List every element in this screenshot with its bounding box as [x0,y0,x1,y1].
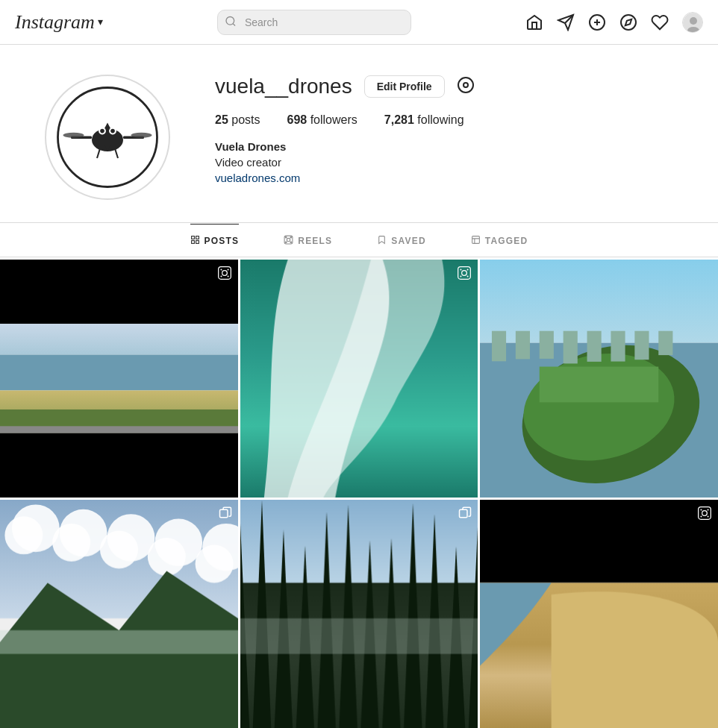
tagged-icon [471,235,481,247]
search-container [217,10,411,35]
reels-icon [284,235,293,247]
profile-username: vuela__drones [215,75,352,98]
svg-point-47 [461,276,462,277]
svg-point-45 [461,269,462,270]
svg-point-24 [458,78,473,92]
profile-avatar [45,75,170,200]
grid-item[interactable] [240,260,478,498]
profile-website[interactable]: vueladrones.com [215,172,300,184]
avatar-image [55,85,160,189]
navigation-bar: Instagram ▾ [0,0,718,45]
profile-full-name: Vuela Drones [215,140,673,153]
svg-rect-43 [458,267,471,280]
svg-marker-6 [625,19,631,25]
posts-tab-label: POSTS [205,236,240,246]
svg-rect-29 [196,241,199,244]
svg-point-44 [462,271,467,276]
svg-rect-28 [191,241,194,244]
logo-chevron-icon: ▾ [98,16,103,28]
profile-header-row: vuela__drones Edit Profile [215,75,673,98]
svg-point-41 [220,276,222,277]
svg-point-55 [700,515,702,517]
svg-rect-36 [472,236,479,244]
explore-icon[interactable] [619,13,637,31]
stats-row: 25 posts 698 followers 7,281 following [215,113,673,127]
posts-grid [0,260,718,728]
album-badge [458,506,472,522]
profile-section: vuela__drones Edit Profile 25 posts 698 … [0,45,718,223]
followers-stat[interactable]: 698 followers [287,113,358,127]
svg-rect-26 [191,236,194,239]
svg-point-33 [290,236,292,238]
video-badge [457,266,472,284]
grid-item[interactable] [0,260,238,498]
svg-line-1 [233,23,235,25]
svg-point-15 [100,129,104,134]
notifications-icon[interactable] [651,13,669,31]
following-stat[interactable]: 7,281 following [384,113,464,127]
svg-point-16 [110,129,115,134]
svg-point-19 [63,133,84,138]
tab-reels[interactable]: REELS [284,224,332,257]
video-badge [217,266,232,284]
svg-point-31 [287,238,290,241]
svg-point-38 [222,271,227,276]
post-image [0,500,238,728]
post-image [240,260,478,498]
svg-point-52 [702,510,708,515]
profile-avatar-container [45,75,170,200]
grid-icon [190,235,200,247]
nav-avatar[interactable] [682,12,703,33]
svg-point-34 [286,242,287,243]
grid-item[interactable] [240,500,478,728]
saved-icon [377,235,387,247]
svg-point-56 [708,515,709,517]
grid-item[interactable] [0,500,238,728]
tab-posts[interactable]: POSTS [190,224,240,257]
svg-point-32 [286,236,287,238]
grid-item[interactable] [480,500,718,728]
saved-tab-label: SAVED [391,236,425,246]
svg-point-48 [467,276,469,277]
post-image [240,500,478,728]
profile-bio: Video creator [215,156,673,169]
post-image [0,260,238,498]
svg-point-20 [131,133,152,138]
svg-point-0 [226,16,234,25]
search-input[interactable] [217,10,411,35]
tagged-tab-label: TAGGED [485,236,528,246]
tabs-bar: POSTS REELS SAVED [0,223,718,257]
instagram-logo[interactable]: Instagram ▾ [15,11,103,34]
svg-rect-27 [196,236,199,239]
search-icon [225,15,237,29]
grid-item[interactable] [480,260,718,498]
svg-point-53 [700,509,702,510]
video-badge [697,506,712,524]
edit-profile-button[interactable]: Edit Profile [364,75,445,98]
nav-icons-group [525,12,703,33]
svg-point-54 [708,509,709,510]
post-image [480,260,718,498]
svg-point-5 [621,15,636,30]
logo-text: Instagram [15,11,95,34]
svg-point-39 [220,269,222,270]
tab-saved[interactable]: SAVED [377,224,425,257]
post-image [480,500,718,728]
svg-point-8 [690,17,697,25]
profile-info: vuela__drones Edit Profile 25 posts 698 … [215,75,673,185]
svg-point-35 [290,242,292,243]
direct-icon[interactable] [557,13,575,31]
home-icon[interactable] [525,13,543,31]
settings-icon[interactable] [457,76,475,97]
album-badge [219,506,232,522]
svg-point-42 [227,276,228,277]
svg-point-40 [227,269,228,270]
svg-point-25 [463,83,468,87]
reels-tab-label: REELS [298,236,332,246]
svg-rect-50 [460,509,468,518]
svg-rect-49 [219,509,228,518]
tab-tagged[interactable]: TAGGED [471,224,528,257]
svg-rect-51 [699,506,711,519]
posts-stat: 25 posts [215,113,260,127]
add-post-icon[interactable] [588,13,606,31]
